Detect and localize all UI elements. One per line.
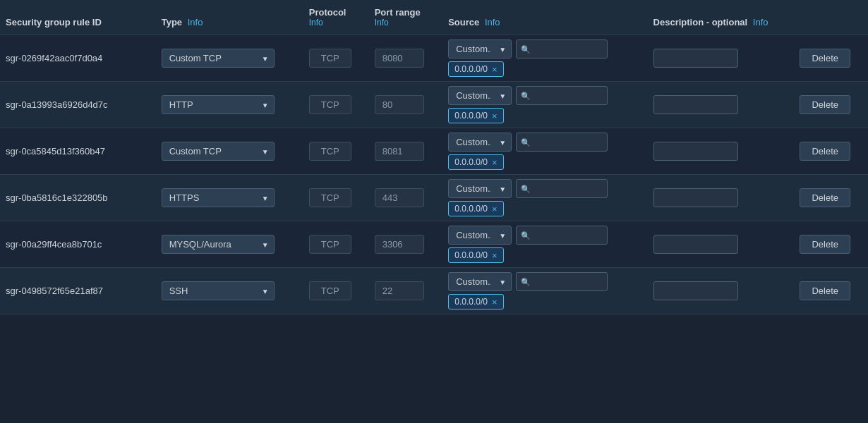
description-cell — [648, 82, 795, 128]
protocol-info-link[interactable]: Info — [309, 18, 363, 27]
cidr-value: 0.0.0.0/0 — [454, 204, 488, 214]
port-input[interactable] — [375, 235, 424, 254]
delete-button[interactable]: Delete — [800, 235, 850, 254]
port-input[interactable] — [375, 142, 424, 161]
protocol-value: TCP — [309, 95, 351, 114]
delete-button[interactable]: Delete — [800, 281, 850, 300]
cidr-tag: 0.0.0.0/0× — [448, 108, 503, 123]
port-cell — [369, 221, 443, 268]
protocol-cell: TCP — [303, 268, 369, 314]
port-cell — [369, 82, 443, 128]
source-cell: Custom...Anywhe...Anywhe...My IP...0.0.0… — [442, 128, 647, 175]
source-search-input[interactable] — [516, 272, 608, 291]
source-type-select[interactable]: Custom...Anywhe...Anywhe...My IP... — [448, 133, 512, 152]
delete-cell: Delete — [794, 35, 868, 82]
cidr-remove-button[interactable]: × — [492, 158, 498, 167]
cidr-tag: 0.0.0.0/0× — [448, 61, 503, 77]
table-row: sgr-0498572f65e21af87Custom TCPHTTPHTTPS… — [0, 268, 868, 314]
port-info-link[interactable]: Info — [375, 18, 438, 27]
source-cell: Custom...Anywhe...Anywhe...My IP...0.0.0… — [442, 35, 647, 82]
source-cell: Custom...Anywhe...Anywhe...My IP...0.0.0… — [442, 268, 647, 314]
source-type-select[interactable]: Custom...Anywhe...Anywhe...My IP... — [448, 86, 512, 105]
port-cell — [369, 175, 443, 221]
col-header-protocol: Protocol Info — [303, 0, 369, 35]
source-inner: Custom...Anywhe...Anywhe...My IP...0.0.0… — [448, 226, 641, 263]
source-info-link[interactable]: Info — [485, 17, 500, 27]
description-input[interactable] — [653, 188, 738, 207]
type-select[interactable]: Custom TCPHTTPHTTPSSSHMYSQL/AuroraCustom… — [162, 188, 275, 207]
description-info-link[interactable]: Info — [753, 17, 768, 27]
cidr-remove-button[interactable]: × — [492, 251, 498, 260]
description-cell — [648, 128, 795, 175]
type-select[interactable]: Custom TCPHTTPHTTPSSSHMYSQL/AuroraCustom… — [162, 281, 275, 300]
delete-button[interactable]: Delete — [800, 188, 850, 207]
col-header-actions — [794, 0, 868, 35]
cidr-value: 0.0.0.0/0 — [454, 111, 488, 121]
description-cell — [648, 35, 795, 82]
delete-button[interactable]: Delete — [800, 49, 850, 68]
port-input[interactable] — [375, 281, 424, 300]
delete-button[interactable]: Delete — [800, 95, 850, 114]
source-type-select[interactable]: Custom...Anywhe...Anywhe...My IP... — [448, 39, 512, 59]
source-inner: Custom...Anywhe...Anywhe...My IP...0.0.0… — [448, 272, 641, 309]
source-type-wrapper: Custom...Anywhe...Anywhe...My IP... — [448, 39, 512, 59]
source-cell: Custom...Anywhe...Anywhe...My IP...0.0.0… — [442, 221, 647, 268]
rule-id-cell: sgr-0a13993a6926d4d7c — [0, 82, 156, 128]
source-cell: Custom...Anywhe...Anywhe...My IP...0.0.0… — [442, 175, 647, 221]
source-type-wrapper: Custom...Anywhe...Anywhe...My IP... — [448, 179, 512, 198]
source-top: Custom...Anywhe...Anywhe...My IP... — [448, 39, 641, 59]
rule-id-cell: sgr-0ca5845d13f360b47 — [0, 128, 156, 175]
col-header-description: Description - optional Info — [648, 0, 795, 35]
type-select[interactable]: Custom TCPHTTPHTTPSSSHMYSQL/AuroraCustom… — [162, 95, 275, 114]
source-inner: Custom...Anywhe...Anywhe...My IP...0.0.0… — [448, 133, 641, 170]
type-info-link[interactable]: Info — [188, 17, 203, 27]
source-search-input[interactable] — [516, 133, 608, 152]
description-input[interactable] — [653, 281, 738, 300]
description-input[interactable] — [653, 49, 738, 68]
cidr-value: 0.0.0.0/0 — [454, 157, 488, 167]
description-input[interactable] — [653, 235, 738, 254]
source-search-input[interactable] — [516, 179, 608, 198]
source-search-input[interactable] — [516, 226, 608, 245]
cidr-remove-button[interactable]: × — [492, 65, 498, 74]
port-input[interactable] — [375, 188, 424, 207]
source-top: Custom...Anywhe...Anywhe...My IP... — [448, 272, 641, 291]
type-select-wrapper: Custom TCPHTTPHTTPSSSHMYSQL/AuroraCustom… — [162, 188, 275, 207]
source-type-select[interactable]: Custom...Anywhe...Anywhe...My IP... — [448, 272, 512, 291]
cidr-value: 0.0.0.0/0 — [454, 250, 488, 260]
source-type-select[interactable]: Custom...Anywhe...Anywhe...My IP... — [448, 179, 512, 198]
col-header-port: Port range Info — [369, 0, 443, 35]
description-input[interactable] — [653, 95, 738, 114]
delete-button[interactable]: Delete — [800, 142, 850, 161]
port-input[interactable] — [375, 95, 424, 114]
type-cell: Custom TCPHTTPHTTPSSSHMYSQL/AuroraCustom… — [156, 35, 303, 82]
col-header-source: Source Info — [442, 0, 647, 35]
protocol-cell: TCP — [303, 221, 369, 268]
table-row: sgr-0ca5845d13f360b47Custom TCPHTTPHTTPS… — [0, 128, 868, 175]
type-select[interactable]: Custom TCPHTTPHTTPSSSHMYSQL/AuroraCustom… — [162, 49, 275, 68]
protocol-value: TCP — [309, 142, 351, 161]
source-search-input[interactable] — [516, 39, 608, 59]
type-select[interactable]: Custom TCPHTTPHTTPSSSHMYSQL/AuroraCustom… — [162, 235, 275, 254]
source-search-input[interactable] — [516, 86, 608, 105]
source-inner: Custom...Anywhe...Anywhe...My IP...0.0.0… — [448, 179, 641, 216]
cidr-remove-button[interactable]: × — [492, 111, 498, 121]
port-cell — [369, 128, 443, 175]
type-select-wrapper: Custom TCPHTTPHTTPSSSHMYSQL/AuroraCustom… — [162, 235, 275, 254]
port-input[interactable] — [375, 49, 424, 68]
cidr-remove-button[interactable]: × — [492, 204, 498, 214]
type-select-wrapper: Custom TCPHTTPHTTPSSSHMYSQL/AuroraCustom… — [162, 281, 275, 300]
type-select[interactable]: Custom TCPHTTPHTTPSSSHMYSQL/AuroraCustom… — [162, 142, 275, 161]
type-select-wrapper: Custom TCPHTTPHTTPSSSHMYSQL/AuroraCustom… — [162, 49, 275, 68]
source-type-select[interactable]: Custom...Anywhe...Anywhe...My IP... — [448, 226, 512, 245]
description-input[interactable] — [653, 142, 738, 161]
protocol-value: TCP — [309, 235, 351, 254]
type-cell: Custom TCPHTTPHTTPSSSHMYSQL/AuroraCustom… — [156, 268, 303, 314]
cidr-tag: 0.0.0.0/0× — [448, 154, 503, 170]
cidr-remove-button[interactable]: × — [492, 298, 498, 307]
source-search-wrapper — [516, 39, 608, 59]
cidr-tag: 0.0.0.0/0× — [448, 201, 503, 216]
cidr-tag: 0.0.0.0/0× — [448, 294, 503, 309]
rule-id-value: sgr-0269f42aac0f7d0a4 — [6, 53, 102, 63]
delete-cell: Delete — [794, 175, 868, 221]
